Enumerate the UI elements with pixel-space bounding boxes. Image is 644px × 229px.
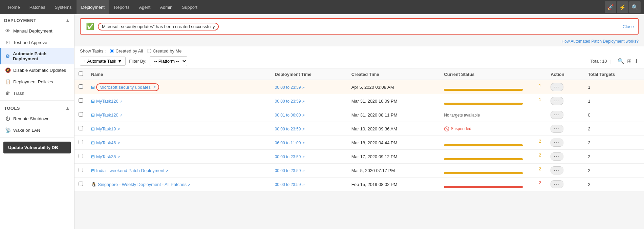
status-bar-container-6: 2 xyxy=(444,167,542,174)
show-tasks-label: Show Tasks : xyxy=(80,48,106,54)
task-link-0[interactable]: Microsoft security updates xyxy=(100,85,151,90)
grid-view-icon[interactable]: ⊞ xyxy=(627,58,631,64)
action-menu-2[interactable]: ··· xyxy=(551,111,563,119)
deployment-time-7[interactable]: 00:00 to 23:59 xyxy=(275,182,301,187)
lightning-icon-button[interactable]: ⚡ xyxy=(617,1,628,13)
status-count-1: 1 xyxy=(444,97,542,102)
table-row: ⊞MyTask46↗06:00 to 11:00 ↗Mar 18, 2020 0… xyxy=(74,136,644,150)
external-link-icon: ↗ xyxy=(117,155,120,159)
deployment-time-4[interactable]: 06:00 to 11:00 xyxy=(275,141,301,145)
nav-patches[interactable]: Patches xyxy=(25,0,50,14)
sidebar: Deployment ▲ 👁 Manual Deployment ⊡ Test … xyxy=(0,14,74,229)
deployment-time-6[interactable]: 00:00 to 23:59 xyxy=(275,168,301,173)
table-header-row: Name Deployment Time Created Time Curren… xyxy=(74,69,644,80)
mute-icon: 🔕 xyxy=(5,67,10,73)
gear-icon: ⚙ xyxy=(5,54,10,59)
total-targets-0: 1 xyxy=(584,80,644,94)
search-icon-button[interactable]: 🔍 xyxy=(629,1,641,13)
alert-close-button[interactable]: Close xyxy=(623,24,634,29)
task-controls: Show Tasks : Created by All Created by M… xyxy=(74,46,644,68)
task-link-3[interactable]: MyTask19 xyxy=(96,126,116,131)
task-link-2[interactable]: MyTask120 xyxy=(96,112,119,118)
sidebar-item-trash[interactable]: 🗑 Trash xyxy=(0,87,74,99)
sidebar-item-disable-automatic-updates[interactable]: 🔕 Disable Automatic Updates xyxy=(0,64,74,76)
nav-icons: 🚀 ⚡ 🔍 xyxy=(605,1,641,13)
external-link-icon: ↗ xyxy=(117,141,120,145)
sidebar-item-test-and-approve[interactable]: ⊡ Test and Approve xyxy=(0,37,74,48)
sidebar-item-remote-shutdown[interactable]: ⏻ Remote Shutdown xyxy=(0,113,74,124)
status-bar-6 xyxy=(444,172,523,174)
th-total-targets: Total Targets xyxy=(584,69,644,80)
search-table-icon[interactable]: 🔍 xyxy=(618,58,624,64)
sidebar-divider xyxy=(0,100,74,101)
nav-deployment[interactable]: Deployment xyxy=(77,0,109,14)
created-by-all-label[interactable]: Created by All xyxy=(110,48,143,54)
platform-select[interactable]: -- Platform -- Windows Linux Mac xyxy=(150,56,187,66)
sidebar-item-manual-deployment[interactable]: 👁 Manual Deployment xyxy=(0,25,74,37)
task-link-6[interactable]: India - weekend Patch Deployment xyxy=(96,168,165,173)
filter-by-label: Filter By: xyxy=(129,59,146,64)
nav-home[interactable]: Home xyxy=(3,0,25,14)
row-checkbox-4[interactable] xyxy=(79,140,83,144)
deployment-time-5[interactable]: 00:00 to 23:59 xyxy=(275,154,301,159)
deployment-time-1[interactable]: 00:00 to 23:59 xyxy=(275,99,301,104)
action-menu-5[interactable]: ··· xyxy=(551,152,563,161)
created-by-all-radio[interactable] xyxy=(110,49,114,53)
task-name-highlighted: Microsoft security updates↗ xyxy=(96,83,159,91)
open-icon: ↗ xyxy=(302,86,305,89)
row-checkbox-3[interactable] xyxy=(79,126,83,130)
automate-task-button[interactable]: + Automate Task ▼ xyxy=(80,57,126,66)
action-menu-3[interactable]: ··· xyxy=(551,125,563,133)
select-all-checkbox[interactable] xyxy=(79,71,83,76)
task-link-4[interactable]: MyTask46 xyxy=(96,140,116,145)
nav-admin[interactable]: Admin xyxy=(155,0,177,14)
nav-agent[interactable]: Agent xyxy=(134,0,155,14)
task-link-5[interactable]: MyTask35 xyxy=(96,154,116,159)
row-checkbox-5[interactable] xyxy=(79,154,83,158)
created-by-me-label[interactable]: Created by Me xyxy=(147,48,181,54)
deployment-time-3[interactable]: 00:00 to 23:59 xyxy=(275,127,301,131)
sidebar-item-deployment-policies[interactable]: 📋 Deployment Policies xyxy=(0,76,74,87)
row-checkbox-0[interactable] xyxy=(79,84,83,89)
update-vulnerability-db-button[interactable]: Update Vulnerability DB xyxy=(3,142,71,153)
eye-icon: 👁 xyxy=(5,28,10,34)
table-row: ⊞MyTask120↗00:01 to 06:00 ↗Mar 31, 2020 … xyxy=(74,108,644,122)
status-bar-0 xyxy=(444,89,523,91)
row-checkbox-6[interactable] xyxy=(79,168,83,172)
open-icon: ↗ xyxy=(302,169,305,173)
action-menu-0[interactable]: ··· xyxy=(551,83,563,91)
nav-support[interactable]: Support xyxy=(177,0,202,14)
download-icon[interactable]: ⬇ xyxy=(634,58,639,64)
task-link-7[interactable]: Singapore - Weekly Deployment - All Patc… xyxy=(98,182,187,187)
windows-icon: ⊞ xyxy=(91,154,95,159)
deployment-collapse-icon[interactable]: ▲ xyxy=(65,18,70,23)
total-targets-1: 1 xyxy=(584,94,644,108)
action-menu-6[interactable]: ··· xyxy=(551,166,563,174)
windows-icon: ⊞ xyxy=(91,112,95,118)
total-targets-3: 2 xyxy=(584,122,644,136)
how-works-link[interactable]: How Automated Patch Deployment works? xyxy=(562,39,639,44)
action-menu-4[interactable]: ··· xyxy=(551,139,563,147)
action-menu-7[interactable]: ··· xyxy=(551,180,563,188)
sidebar-item-automate-patch-deployment[interactable]: ⚙ Automate Patch Deployment xyxy=(0,48,74,64)
task-table: Name Deployment Time Created Time Curren… xyxy=(74,69,644,191)
nav-reports[interactable]: Reports xyxy=(109,0,134,14)
created-by-me-radio[interactable] xyxy=(147,49,151,53)
power-icon: ⏻ xyxy=(5,116,10,121)
row-checkbox-2[interactable] xyxy=(79,112,83,117)
success-icon: ✅ xyxy=(86,22,94,30)
sidebar-item-wake-on-lan[interactable]: 📡 Wake on LAN xyxy=(0,124,74,136)
row-checkbox-7[interactable] xyxy=(79,182,83,186)
deployment-time-2[interactable]: 00:01 to 06:00 xyxy=(275,113,301,118)
status-bar-5 xyxy=(444,158,523,160)
deployment-time-0[interactable]: 00:00 to 23:59 xyxy=(275,85,301,90)
row-checkbox-1[interactable] xyxy=(79,98,83,103)
rocket-icon-button[interactable]: 🚀 xyxy=(605,1,616,13)
action-menu-1[interactable]: ··· xyxy=(551,97,563,105)
external-link-icon: ↗ xyxy=(153,85,156,89)
nav-systems[interactable]: Systems xyxy=(50,0,77,14)
status-bar-1 xyxy=(444,103,523,105)
tools-collapse-icon[interactable]: ▲ xyxy=(65,105,70,111)
task-link-1[interactable]: MyTask126 xyxy=(96,99,119,104)
open-icon: ↗ xyxy=(302,155,305,159)
